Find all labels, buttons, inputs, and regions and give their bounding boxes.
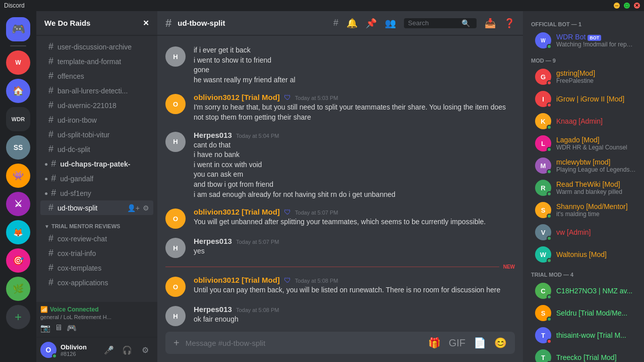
member-item-wdr-bot[interactable]: W WDR Bot BOT Watching !modmail for repo… [527,29,640,51]
right-sidebar: OFFICIAL BOT — 1 W WDR Bot BOT Watching … [523,11,644,362]
member-item-readthewiki[interactable]: R Read TheWiki [Mod] Warm and blankey pi… [527,177,640,199]
channel-item-cox-trial-info[interactable]: # cox-trial-info [40,246,153,261]
member-item-mclewybtw[interactable]: M mclewybtw [mod] Playing League of Lege… [527,154,640,177]
channel-item-ud-avernic[interactable]: # ud-avernic-221018 [40,98,153,113]
channel-item-ud-tbow-split[interactable]: # ud-tbow-split 👤+ ⚙ [40,200,153,215]
gif-button[interactable]: GIF [447,332,467,354]
new-label: NEW [503,264,515,270]
members-icon[interactable]: 👥 [385,18,396,29]
members-section-trial-mod: TRIAL MOD — 4 C C18H27NO3 | NMZ av... S … [523,270,644,362]
member-item-lagado[interactable]: L Lagado [Mod] WDR HR & Legal Counsel [527,132,640,154]
channel-item-ud-dc-split[interactable]: # ud-dc-split [40,142,153,157]
server-icon-8[interactable]: 🎯 [6,248,30,273]
member-info: Lagado [Mod] WDR HR & Legal Counsel [556,136,627,151]
message-text: gone [194,65,515,75]
avatar: O [40,342,56,358]
server-icon-2[interactable]: 🏠 [6,79,30,103]
minimize-button[interactable]: ─ [614,3,620,9]
message-text: cant do that [194,140,515,150]
sticker-button[interactable]: 📄 [472,332,488,354]
close-button[interactable]: ✕ [634,3,640,9]
avatar: O [165,209,186,229]
member-item-thisaint[interactable]: T thisaint-wow [Trial M... [527,324,640,346]
notification-icon[interactable]: 🔔 [346,18,358,29]
channel-item-ud-gandalf[interactable]: ● # ud-gandalf [40,171,153,186]
channel-list: # user-discussion-archive # template-and… [36,35,157,302]
channel-item-ud-chaps[interactable]: ● # ud-chaps-trap-patek- [40,157,153,171]
avatar: I [535,91,551,107]
channel-item-cox-templates[interactable]: # cox-templates [40,261,153,275]
server-icon-7[interactable]: 🦊 [6,220,30,244]
voice-activity-button[interactable]: 🎮 [67,323,77,333]
member-item-c18[interactable]: C C18H27NO3 | NMZ av... [527,280,640,302]
avatar: M [535,158,551,174]
member-item-waltonius[interactable]: W Waltonius [Mod] [527,243,640,266]
channel-add-user-icon[interactable]: 👤+ [127,204,140,212]
channel-header-name: ud-tbow-split [178,19,225,27]
server-icon-1[interactable]: W [6,50,30,75]
channel-item-offences[interactable]: # offences [40,69,153,83]
search-input[interactable] [408,19,458,27]
category-trial-mentor-reviews[interactable]: ▼ TRIAL MENTOR REVIEWS [36,215,157,231]
member-item-treecko[interactable]: T Treecko [Trial Mod] [527,346,640,362]
status-dot [547,169,552,174]
member-name: Shannyo [Mod/Mentor] [556,202,628,211]
user-settings-button[interactable]: ⚙ [137,342,153,358]
deafen-button[interactable]: 🎧 [119,342,135,358]
channel-item-ban-detect[interactable]: # ban-all-lurers-detecti... [40,83,153,98]
mute-button[interactable]: 🎤 [101,342,117,358]
channel-item-template-and-format[interactable]: # template-and-format [40,54,153,69]
channel-item-user-discussion-archive[interactable]: # user-discussion-archive [40,39,153,54]
server-icon-ss[interactable]: SS [6,135,30,160]
member-info: vw [Admin] [556,228,591,236]
server-icon-add[interactable]: + [6,305,30,329]
message-input[interactable] [186,333,422,353]
channel-item-ud-split-tobi[interactable]: # ud-split-tobi-vitur [40,127,153,142]
channel-item-ud-sf1eny[interactable]: ● # ud-sf1eny [40,186,153,200]
status-dot [547,317,552,322]
trial-mod-icon: 🛡 [284,93,291,101]
message-author: oblivion3012 [Trial Mod] [194,276,280,284]
server-icon-5[interactable]: 👾 [6,164,30,188]
members-category: TRIAL MOD — 4 [523,270,644,280]
message-text: ok fair enough [194,315,515,325]
message-content: Herpes013 Today at 5:04 PM cant do that … [194,131,515,200]
voice-camera-button[interactable]: 📷 [40,323,50,333]
voice-connected: 📶 Voice Connected general / LoL Retireme… [36,302,157,337]
member-item-vw[interactable]: V vw [Admin] [527,221,640,243]
user-area: O Oblivion #8126 🎤 🎧 ⚙ [36,337,157,362]
input-right-buttons: 🎁 GIF 📄 😊 [426,332,509,354]
member-item-igrow[interactable]: I iGrow | iGrow II [Mod] [527,88,640,110]
hash-icon-header[interactable]: # [333,18,338,28]
member-info: WDR Bot BOT Watching !modmail for report… [556,33,636,48]
help-icon[interactable]: ❓ [504,18,515,29]
member-item-shannyo[interactable]: S Shannyo [Mod/Mentor] it's malding time [527,199,640,221]
server-icon-wdr[interactable]: WDR [6,107,30,131]
emoji-button[interactable]: 😊 [492,332,509,354]
member-item-seldru[interactable]: S Seldru [Trial Mod/Me... [527,302,640,324]
maximize-button[interactable]: □ [624,3,630,9]
server-icon-6[interactable]: ⚔ [6,192,30,216]
voice-screen-share-button[interactable]: 🖥 [54,323,63,333]
gift-button[interactable]: 🎁 [426,332,443,354]
inbox-icon[interactable]: 📥 [485,18,496,29]
message-author: Herpes013 [194,131,232,139]
channel-item-cox-review-chat[interactable]: # cox-review-chat [40,231,153,246]
member-sub: WDR HR & Legal Counsel [556,144,627,151]
server-icon-9[interactable]: 🌿 [6,277,30,301]
member-item-gstring[interactable]: G gstring[Mod] FreePalestine [527,66,640,88]
search-bar[interactable]: 🔍 [404,18,477,28]
pin-icon[interactable]: 📌 [366,18,377,29]
message-group: H Herpes013 Today at 5:04 PM cant do tha… [157,129,523,202]
member-info: Read TheWiki [Mod] Warm and blankey pill… [556,180,622,195]
channel-item-cox-applications[interactable]: # cox-applications [40,275,153,290]
member-name: C18H27NO3 | NMZ av... [556,287,632,295]
server-icon-discord[interactable]: 🎮 [6,17,30,41]
member-item-knaag[interactable]: K Knaag [Admin] [527,110,640,132]
status-dot [547,236,552,241]
message-content: oblivion3012 [Trial Mod] 🛡 Today at 5:07… [194,208,515,229]
server-name[interactable]: We Do Raids ✕ [36,11,157,35]
add-attachment-button[interactable]: + [171,332,182,354]
channel-item-ud-iron-tbow[interactable]: # ud-iron-tbow [40,113,153,127]
channel-settings-icon[interactable]: ⚙ [143,204,149,212]
